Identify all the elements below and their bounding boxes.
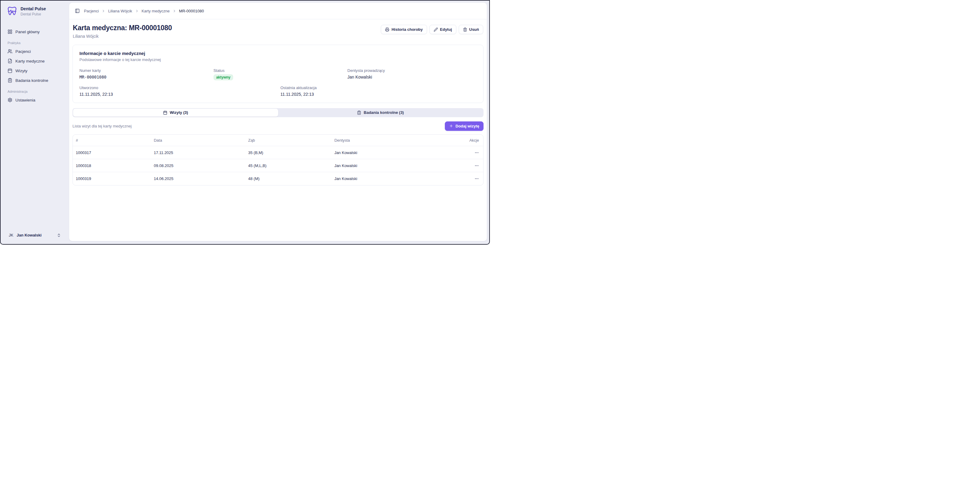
column-header-zab: Ząb — [245, 135, 331, 146]
visit-tooth: 48 (M) — [245, 172, 331, 185]
table-row[interactable]: 1000317 17.11.2025 35 (B,M) Jan Kowalski — [73, 146, 483, 159]
sidebar-item-ustawienia[interactable]: Ustawienia — [5, 96, 65, 105]
field-status: Status aktywny — [213, 68, 343, 80]
app-subtitle: Dental Pulse — [21, 12, 46, 17]
ellipsis-icon — [474, 150, 479, 155]
medical-card-info-card: Informacje o karcie medycznej Podstawowe… — [73, 45, 484, 103]
sidebar-item-label: Pacjenci — [15, 49, 31, 54]
visits-table: # Data Ząb Dentysta Akcje 1000317 17.11.… — [73, 134, 484, 185]
sidebar-section-administracja: Administracja — [5, 90, 65, 93]
sidebar-item-badania-kontrolne[interactable]: Badania kontrolne — [5, 76, 65, 85]
visits-list-description: Lista wizyt dla tej karty medycznej — [73, 124, 132, 128]
sidebar-item-label: Badania kontrolne — [15, 78, 48, 83]
app-window: Dental Pulse Dental Pulse Panel główny P… — [0, 0, 490, 245]
visit-tooth: 35 (B,M) — [245, 146, 331, 159]
visit-dentist: Jan Kowalski — [331, 159, 462, 172]
avatar: JK — [9, 233, 13, 237]
card-number-value: MR-00001080 — [80, 75, 209, 80]
field-card-number: Numer karty MR-00001080 — [80, 68, 209, 80]
chevron-right-icon — [102, 9, 105, 13]
file-text-icon — [8, 59, 13, 64]
ellipsis-icon — [474, 163, 479, 168]
status-badge: aktywny — [213, 74, 233, 80]
row-actions-button[interactable] — [473, 148, 481, 157]
visit-dentist: Jan Kowalski — [331, 172, 462, 185]
sidebar-toggle-button[interactable] — [73, 7, 81, 15]
visit-id: 1000319 — [73, 172, 151, 185]
page-content: Karta medyczna: MR-00001080 Liliana Wójc… — [69, 19, 487, 241]
page-subtitle: Liliana Wójcik — [73, 34, 172, 39]
table-row[interactable]: 1000318 09.08.2025 45 (M,L,B) Jan Kowals… — [73, 159, 483, 172]
table-row[interactable]: 1000319 14.06.2025 48 (M) Jan Kowalski — [73, 172, 483, 185]
clipboard-icon — [357, 110, 361, 115]
dentist-value: Jan Kowalski — [347, 75, 477, 80]
visit-date: 09.08.2025 — [151, 159, 245, 172]
page-title: Karta medyczna: MR-00001080 — [73, 24, 172, 32]
delete-button[interactable]: Usuń — [459, 25, 484, 34]
sidebar-item-karty-medyczne[interactable]: Karty medyczne — [5, 56, 65, 65]
column-header-dentysta: Dentysta — [331, 135, 462, 146]
sidebar-item-wizyty[interactable]: Wizyty — [5, 66, 65, 75]
gear-icon — [8, 97, 13, 102]
chevron-right-icon — [135, 9, 139, 13]
plus-icon — [449, 124, 453, 128]
breadcrumb-item-pacjenci[interactable]: Pacjenci — [84, 9, 99, 13]
updated-value: 11.11.2025, 22:13 — [280, 92, 477, 97]
breadcrumb-item-karty-medyczne[interactable]: Karty medyczne — [142, 9, 170, 13]
user-menu[interactable]: JK Jan Kowalski — [5, 231, 65, 240]
tab-badania-kontrolne[interactable]: Badania kontrolne (3) — [278, 109, 483, 116]
users-icon — [8, 49, 13, 54]
grid-icon — [8, 29, 13, 34]
visits-list-header: Lista wizyt dla tej karty medycznej Doda… — [73, 121, 484, 131]
breadcrumb: Pacjenci Liliana Wójcik Karty medyczne M… — [69, 3, 487, 19]
app-logo: Dental Pulse Dental Pulse — [5, 6, 65, 17]
pencil-icon — [434, 27, 438, 32]
sidebar-item-panel-glowny[interactable]: Panel główny — [5, 27, 65, 36]
field-updated: Ostatnia aktualizacja 11.11.2025, 22:13 — [280, 86, 477, 97]
calendar-icon — [163, 110, 167, 115]
trash-icon — [463, 27, 467, 32]
add-visit-button[interactable]: Dodaj wizytę — [445, 121, 484, 131]
row-actions-button[interactable] — [473, 161, 481, 170]
chevron-right-icon — [172, 9, 177, 13]
field-dentist: Dentysta prowadzący Jan Kowalski — [347, 68, 477, 80]
created-value: 11.11.2025, 22:13 — [80, 92, 276, 97]
column-header-akcje: Akcje — [462, 135, 483, 146]
main-panel: Pacjenci Liliana Wójcik Karty medyczne M… — [69, 3, 487, 241]
edit-button[interactable]: Edytuj — [430, 25, 456, 34]
visit-id: 1000317 — [73, 146, 151, 159]
sidebar-item-label: Ustawienia — [15, 98, 35, 102]
sidebar: Dental Pulse Dental Pulse Panel główny P… — [1, 1, 69, 244]
clipboard-icon — [8, 78, 13, 83]
tooth-pulse-icon — [6, 6, 18, 17]
visit-date: 14.06.2025 — [151, 172, 245, 185]
sidebar-item-pacjenci[interactable]: Pacjenci — [5, 47, 65, 56]
sidebar-item-label: Karty medyczne — [15, 59, 45, 64]
app-name: Dental Pulse — [21, 6, 46, 12]
field-created: Utworzono 11.11.2025, 22:13 — [80, 86, 276, 97]
tab-bar: Wizyty (3) Badania kontrolne (3) — [73, 108, 484, 117]
tab-wizyty[interactable]: Wizyty (3) — [73, 109, 278, 116]
table-header-row: # Data Ząb Dentysta Akcje — [73, 135, 483, 146]
column-header-data: Data — [151, 135, 245, 146]
sidebar-section-praktyka: Praktyka — [5, 41, 65, 45]
ellipsis-icon — [474, 177, 479, 181]
row-actions-button[interactable] — [473, 174, 481, 183]
visit-id: 1000318 — [73, 159, 151, 172]
page-header: Karta medyczna: MR-00001080 Liliana Wójc… — [73, 24, 484, 39]
card-title: Informacje o karcie medycznej — [80, 51, 477, 56]
sidebar-item-label: Wizyty — [15, 68, 27, 73]
user-name: Jan Kowalski — [17, 233, 41, 237]
calendar-icon — [8, 68, 13, 73]
breadcrumb-item-patient[interactable]: Liliana Wójcik — [108, 9, 132, 13]
sidebar-item-label: Panel główny — [15, 30, 40, 34]
chevrons-up-down-icon — [57, 233, 61, 237]
header-actions: Historia choroby Edytuj Usuń — [381, 24, 483, 34]
panel-left-icon — [75, 8, 80, 13]
visit-date: 17.11.2025 — [151, 146, 245, 159]
card-subtitle: Podstawowe informacje o tej karcie medyc… — [80, 57, 477, 62]
visit-tooth: 45 (M,L,B) — [245, 159, 331, 172]
printer-icon — [385, 27, 389, 32]
history-button[interactable]: Historia choroby — [381, 25, 427, 34]
visit-dentist: Jan Kowalski — [331, 146, 462, 159]
